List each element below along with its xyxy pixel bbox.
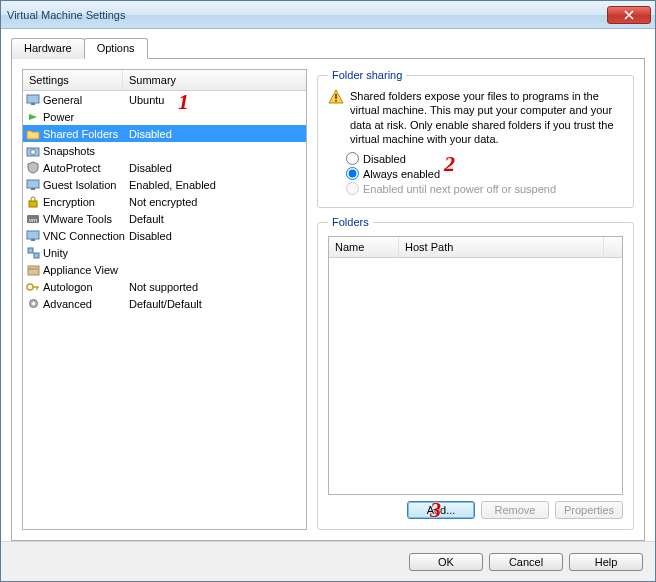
remove-button: Remove <box>481 501 549 519</box>
radio-enabled-until: Enabled until next power off or suspend <box>346 182 623 195</box>
settings-item-name: Appliance View <box>41 264 125 276</box>
settings-item-summary: Disabled <box>125 230 304 242</box>
folder-icon <box>25 127 41 141</box>
settings-item-name: General <box>41 94 125 106</box>
settings-item-general[interactable]: GeneralUbuntu <box>23 91 306 108</box>
svg-rect-1 <box>31 103 35 105</box>
dialog-button-bar: OK Cancel Help <box>1 541 655 581</box>
settings-list: Settings Summary GeneralUbuntuPowerShare… <box>22 69 307 530</box>
radio-always-enabled[interactable]: Always enabled <box>346 167 623 180</box>
settings-item-summary: Ubuntu <box>125 94 304 106</box>
folders-col-hostpath[interactable]: Host Path <box>399 237 604 257</box>
settings-item-summary: Enabled, Enabled <box>125 179 304 191</box>
ok-button[interactable]: OK <box>409 553 483 571</box>
vmw-icon: vm <box>25 212 41 226</box>
header-settings[interactable]: Settings <box>23 70 123 90</box>
settings-item-shared-folders[interactable]: Shared FoldersDisabled <box>23 125 306 142</box>
svg-text:vm: vm <box>29 217 37 223</box>
titlebar: Virtual Machine Settings <box>1 1 655 29</box>
properties-button: Properties <box>555 501 623 519</box>
svg-point-3 <box>31 149 36 154</box>
settings-item-guest-isolation[interactable]: Guest IsolationEnabled, Enabled <box>23 176 306 193</box>
cancel-button[interactable]: Cancel <box>489 553 563 571</box>
svg-rect-10 <box>31 239 35 241</box>
box-icon <box>25 263 41 277</box>
help-button[interactable]: Help <box>569 553 643 571</box>
settings-item-name: Guest Isolation <box>41 179 125 191</box>
svg-rect-12 <box>34 253 39 258</box>
folders-table-header: Name Host Path <box>329 237 622 258</box>
svg-rect-0 <box>27 95 39 103</box>
svg-rect-11 <box>28 248 33 253</box>
settings-item-vmware-tools[interactable]: vmVMware ToolsDefault <box>23 210 306 227</box>
svg-rect-13 <box>28 266 39 275</box>
settings-item-power[interactable]: Power <box>23 108 306 125</box>
vm-settings-window: Virtual Machine Settings Hardware Option… <box>0 0 656 582</box>
settings-item-summary: Default/Default <box>125 298 304 310</box>
settings-item-advanced[interactable]: AdvancedDefault/Default <box>23 295 306 312</box>
header-summary[interactable]: Summary <box>123 70 306 90</box>
settings-item-summary: Default <box>125 213 304 225</box>
settings-item-name: Autologon <box>41 281 125 293</box>
settings-item-autoprotect[interactable]: AutoProtectDisabled <box>23 159 306 176</box>
settings-item-encryption[interactable]: EncryptionNot encrypted <box>23 193 306 210</box>
svg-rect-21 <box>335 100 337 102</box>
settings-item-summary: Not supported <box>125 281 304 293</box>
settings-item-name: VMware Tools <box>41 213 125 225</box>
svg-rect-4 <box>27 180 39 188</box>
shield-icon <box>25 161 41 175</box>
settings-item-appliance-view[interactable]: Appliance View <box>23 261 306 278</box>
tab-options[interactable]: Options <box>84 38 148 59</box>
close-button[interactable] <box>607 6 651 24</box>
svg-rect-20 <box>335 94 337 99</box>
monitor-icon <box>25 93 41 107</box>
svg-rect-5 <box>31 188 35 190</box>
svg-point-19 <box>32 302 35 305</box>
folders-group: Folders Name Host Path Add... Remove Pro… <box>317 216 634 530</box>
folders-table[interactable]: Name Host Path <box>328 236 623 495</box>
key-icon <box>25 280 41 294</box>
settings-item-vnc-connections[interactable]: VNC ConnectionsDisabled <box>23 227 306 244</box>
tabstrip: Hardware Options <box>11 37 645 59</box>
folders-col-name[interactable]: Name <box>329 237 399 257</box>
folder-sharing-legend: Folder sharing <box>328 69 406 81</box>
settings-item-name: Encryption <box>41 196 125 208</box>
monitor-icon <box>25 178 41 192</box>
radio-disabled[interactable]: Disabled <box>346 152 623 165</box>
tab-hardware[interactable]: Hardware <box>11 38 85 59</box>
window-title: Virtual Machine Settings <box>7 9 607 21</box>
add-button[interactable]: Add... <box>407 501 475 519</box>
folder-sharing-group: Folder sharing Shared folders expose you… <box>317 69 634 208</box>
svg-rect-6 <box>29 201 37 207</box>
warning-icon <box>328 89 344 105</box>
lock-icon <box>25 195 41 209</box>
unity-icon <box>25 246 41 260</box>
settings-item-name: AutoProtect <box>41 162 125 174</box>
gear-icon <box>25 297 41 311</box>
settings-item-summary: Disabled <box>125 162 304 174</box>
settings-item-snapshots[interactable]: Snapshots <box>23 142 306 159</box>
settings-item-name: VNC Connections <box>41 230 125 242</box>
power-icon <box>25 110 41 124</box>
folder-sharing-warning: Shared folders expose your files to prog… <box>350 89 623 146</box>
settings-item-summary: Disabled <box>125 128 304 140</box>
svg-point-15 <box>27 284 33 290</box>
close-icon <box>624 10 634 20</box>
settings-list-header: Settings Summary <box>23 70 306 91</box>
settings-item-summary: Not encrypted <box>125 196 304 208</box>
monitor-icon <box>25 229 41 243</box>
folders-legend: Folders <box>328 216 373 228</box>
settings-item-name: Power <box>41 111 125 123</box>
settings-item-autologon[interactable]: AutologonNot supported <box>23 278 306 295</box>
camera-icon <box>25 144 41 158</box>
settings-item-name: Advanced <box>41 298 125 310</box>
settings-item-name: Unity <box>41 247 125 259</box>
settings-item-name: Shared Folders <box>41 128 125 140</box>
settings-item-unity[interactable]: Unity <box>23 244 306 261</box>
settings-item-name: Snapshots <box>41 145 125 157</box>
svg-rect-9 <box>27 231 39 239</box>
